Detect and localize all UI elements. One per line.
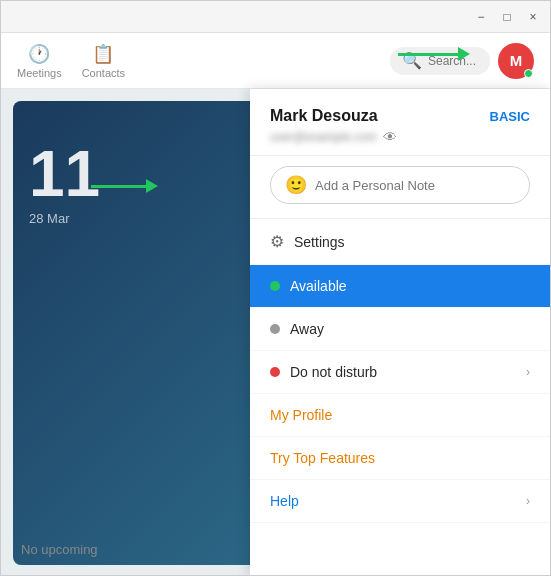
menu-user-row: Mark Desouza BASIC	[270, 107, 530, 125]
menu-item-available[interactable]: Available	[250, 265, 550, 308]
menu-email-row: user@example.com 👁	[270, 129, 530, 145]
available-label: Available	[290, 278, 347, 294]
gear-icon: ⚙	[270, 232, 284, 251]
dnd-status-dot	[270, 367, 280, 377]
profile-dropdown: Mark Desouza BASIC user@example.com 👁 🙂	[250, 89, 550, 576]
menu-plan: BASIC	[490, 109, 530, 124]
menu-item-settings[interactable]: ⚙ Settings	[250, 219, 550, 265]
no-upcoming-text: No upcoming	[21, 542, 98, 557]
emoji-icon[interactable]: 🙂	[285, 174, 307, 196]
meetings-label: Meetings	[17, 67, 62, 79]
menu-header: Mark Desouza BASIC user@example.com 👁	[250, 89, 550, 156]
eye-icon[interactable]: 👁	[383, 129, 397, 145]
menu-email: user@example.com	[270, 130, 377, 144]
arrow-line-left	[91, 185, 146, 188]
arrow-line	[398, 53, 458, 56]
help-chevron-icon: ›	[526, 494, 530, 508]
settings-label: Settings	[294, 234, 345, 250]
nav-meetings[interactable]: 🕐 Meetings	[17, 43, 62, 79]
main-content: 11 28 Mar No upcoming Mark Desouza BASIC	[1, 89, 550, 576]
contacts-icon: 📋	[92, 43, 114, 65]
arrow-head	[458, 47, 470, 61]
arrow-annotation-left	[91, 179, 158, 193]
menu-item-dnd[interactable]: Do not disturb ›	[250, 351, 550, 394]
search-area: 🔍 M	[390, 43, 534, 79]
contacts-label: Contacts	[82, 67, 125, 79]
meetings-icon: 🕐	[28, 43, 50, 65]
app-body: 🕐 Meetings 📋 Contacts 🔍 M	[1, 33, 550, 576]
avatar[interactable]: M	[498, 43, 534, 79]
maximize-button[interactable]: □	[498, 8, 516, 26]
avatar-initials: M	[510, 52, 523, 69]
personal-note-section: 🙂	[250, 156, 550, 219]
close-button[interactable]: ×	[524, 8, 542, 26]
personal-note-input[interactable]	[315, 178, 515, 193]
menu-username: Mark Desouza	[270, 107, 378, 125]
dnd-label: Do not disturb	[290, 364, 377, 380]
minimize-button[interactable]: −	[472, 8, 490, 26]
arrow-annotation-top	[398, 47, 470, 61]
my-profile-label: My Profile	[270, 407, 332, 423]
try-top-label: Try Top Features	[270, 450, 375, 466]
app-window: − □ × 🕐 Meetings 📋 Contacts 🔍	[0, 0, 551, 576]
top-nav: 🕐 Meetings 📋 Contacts 🔍 M	[1, 33, 550, 89]
menu-link-top-features[interactable]: Try Top Features	[250, 437, 550, 480]
menu-link-help[interactable]: Help ›	[250, 480, 550, 523]
nav-contacts[interactable]: 📋 Contacts	[82, 43, 125, 79]
away-label: Away	[290, 321, 324, 337]
menu-link-profile[interactable]: My Profile	[250, 394, 550, 437]
help-label: Help	[270, 493, 299, 509]
title-bar: − □ ×	[1, 1, 550, 33]
note-input-wrap: 🙂	[270, 166, 530, 204]
away-status-dot	[270, 324, 280, 334]
menu-item-away[interactable]: Away	[250, 308, 550, 351]
avatar-status-badge	[524, 69, 533, 78]
dnd-chevron-icon: ›	[526, 365, 530, 379]
arrow-head-left	[146, 179, 158, 193]
available-status-dot	[270, 281, 280, 291]
